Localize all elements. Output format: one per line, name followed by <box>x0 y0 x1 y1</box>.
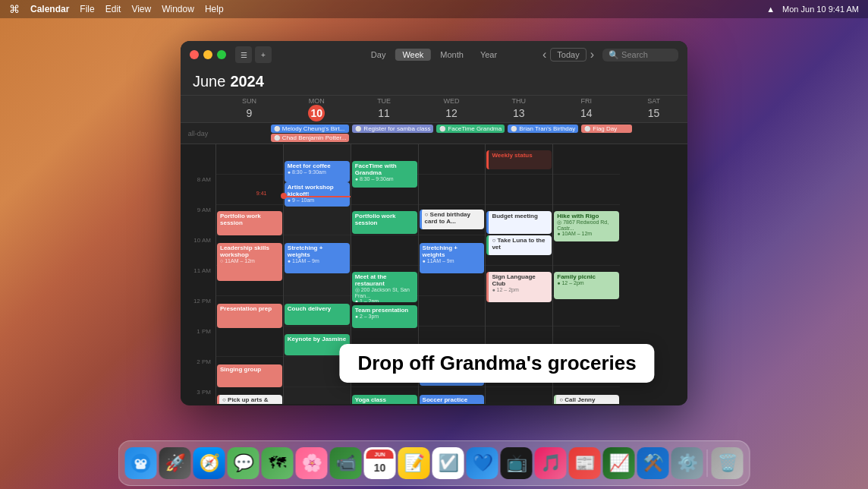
dock-photos[interactable]: 🌸 <box>296 447 328 479</box>
time-10am-label: 10 AM <box>181 235 215 266</box>
app-name[interactable]: Calendar <box>30 4 69 14</box>
minimize-button[interactable] <box>203 50 212 59</box>
menubar-wifi: ▲ <box>766 5 775 14</box>
view-tabs: Day Week Month Year <box>363 49 505 61</box>
allday-row: all-day ⚪ Melody Cheung's Birt... ⚪ Chad… <box>181 123 687 144</box>
dock-stocks[interactable]: 📈 <box>603 447 635 479</box>
calendar-window: ☰ + Day Week Month Year ‹ Today › 🔍 Sear… <box>181 41 687 405</box>
next-btn[interactable]: › <box>588 48 596 62</box>
event-presentation-prep[interactable]: Presentation prep <box>217 304 282 328</box>
event-facetime-tue[interactable]: FaceTime with Grandma ● 8:30 – 9:30am <box>352 161 417 188</box>
event-restaurant[interactable]: Meet at the restaurant ◎ 200 Jackson St,… <box>352 272 417 302</box>
allday-facetime[interactable]: ⚪ FaceTime Grandma <box>436 125 505 133</box>
dock-trash[interactable]: 🗑️ <box>712 447 744 479</box>
event-stretching-thu[interactable]: Stretching + weights ● 11AM – 9m <box>420 243 485 273</box>
tab-week[interactable]: Week <box>395 49 431 61</box>
event-coffee[interactable]: Meet for coffee ● 8:30 – 9:30am <box>285 161 350 182</box>
titlebar: ☰ + Day Week Month Year ‹ Today › 🔍 Sear… <box>181 41 687 68</box>
time-2pm-label: 2 PM <box>181 357 215 387</box>
dock-reminders[interactable]: ☑️ <box>432 447 464 479</box>
event-yoga[interactable]: Yoga class ◎ 501 Stanyan St, San Fran...… <box>352 395 417 404</box>
dock-launchpad[interactable]: 🚀 <box>159 447 191 479</box>
dock-facetime[interactable]: 📹 <box>330 447 362 479</box>
menu-file[interactable]: File <box>80 4 94 14</box>
dock-xcode[interactable]: ⚒️ <box>637 447 669 479</box>
day-header-sun: SUN 9 <box>215 96 283 123</box>
apple-menu[interactable]: ⌘ <box>9 3 20 15</box>
allday-samba[interactable]: ⚪ Register for samba class <box>352 125 433 133</box>
menu-help[interactable]: Help <box>205 4 224 14</box>
allday-label: all-day <box>181 123 215 144</box>
day-header-thu: THU 13 <box>485 96 552 123</box>
allday-melody[interactable]: ⚪ Melody Cheung's Birt... <box>271 125 350 133</box>
event-hike[interactable]: Hike with Rigo ◎ 7867 Redwood Rd, Castr.… <box>554 211 619 241</box>
dock-messages[interactable]: 💬 <box>228 447 259 479</box>
svg-point-5 <box>143 460 145 462</box>
search-bar[interactable]: 🔍 Search <box>602 49 678 62</box>
nav-arrows: ‹ Today › <box>540 48 596 62</box>
day-header-tue: TUE 11 <box>351 96 418 123</box>
event-sign-lang[interactable]: Sign Language Club ● 12 – 2pm <box>486 272 552 302</box>
dock-news[interactable]: 📰 <box>569 447 601 479</box>
dock-messenger[interactable]: 💙 <box>467 447 498 479</box>
event-leadership[interactable]: Leadership skills workshop ○ 11AM – 12m <box>217 243 282 281</box>
dock-calendar[interactable]: JUN 10 <box>364 447 396 479</box>
time-9am-label: 9 AM <box>181 205 215 235</box>
maximize-button[interactable] <box>217 50 226 59</box>
menu-view[interactable]: View <box>131 4 151 14</box>
allday-chad[interactable]: ⚪ Chad Benjamin Potter... <box>271 134 350 142</box>
time-1pm-label: 1 PM <box>181 327 215 357</box>
tab-day[interactable]: Day <box>363 49 394 61</box>
time-labels: 8 AM 9 AM 10 AM 11 AM 12 PM 1 PM 2 PM 3 … <box>181 144 215 404</box>
allday-fri: ⚪ Flag Day <box>580 123 634 144</box>
event-luna-vet[interactable]: ○ Take Luna to the vet <box>486 235 552 255</box>
dock-notes[interactable]: 📝 <box>398 447 430 479</box>
allday-flagday[interactable]: ⚪ Flag Day <box>581 125 632 133</box>
event-call-jenny[interactable]: ○ Call Jenny <box>554 395 619 404</box>
event-singing[interactable]: Singing group <box>217 364 282 387</box>
dock-systemprefs[interactable]: ⚙️ <box>671 447 703 479</box>
dock-safari[interactable]: 🧭 <box>193 447 225 479</box>
cal-month: June <box>193 73 225 90</box>
allday-brian[interactable]: ⚪ Brian Tran's Birthday <box>508 125 578 133</box>
dock-divider <box>707 450 708 477</box>
event-team-pres[interactable]: Team presentation ● 2 – 3pm <box>352 305 417 328</box>
menu-edit[interactable]: Edit <box>105 4 121 14</box>
time-11am-label: 11 AM <box>181 266 215 296</box>
dock-finder[interactable] <box>125 447 157 479</box>
day-headers: SUN 9 MON 10 TUE 11 WED 12 THU 13 <box>181 96 687 123</box>
list-view-btn[interactable]: ☰ <box>235 46 252 63</box>
menubar: ⌘ Calendar File Edit View Window Help ▲ … <box>0 0 868 18</box>
event-couch[interactable]: Couch delivery <box>285 304 350 325</box>
dock-music[interactable]: 🎵 <box>535 447 567 479</box>
svg-rect-3 <box>136 465 145 469</box>
dock: 🚀 🧭 💬 🗺 🌸 📹 JUN 10 📝 ☑️ 💙 📺 <box>118 440 750 486</box>
allday-mon: ⚪ Melody Cheung's Birt... ⚪ Chad Benjami… <box>269 123 351 144</box>
time-8am <box>181 144 215 175</box>
prev-btn[interactable]: ‹ <box>540 48 549 62</box>
allday-sat <box>634 123 687 144</box>
event-budget[interactable]: Budget meeting <box>486 211 552 234</box>
tab-year[interactable]: Year <box>473 49 505 61</box>
event-soccer[interactable]: Soccer practice <box>420 395 485 404</box>
event-pickup[interactable]: ○ Pick up arts & crafts sup... <box>217 395 282 404</box>
tab-month[interactable]: Month <box>432 49 471 61</box>
menu-window[interactable]: Window <box>162 4 194 14</box>
dock-maps[interactable]: 🗺 <box>262 447 294 479</box>
event-picnic[interactable]: Family picnic ● 12 – 2pm <box>554 272 619 299</box>
today-btn[interactable]: Today <box>550 48 586 62</box>
event-weekly-status[interactable]: Weekly status <box>486 150 552 169</box>
event-birthday-card[interactable]: ○ Send birthday card to A... <box>420 210 485 229</box>
day-header-fri: FRI 14 <box>552 96 620 123</box>
day-header-sat: SAT 15 <box>620 96 687 123</box>
event-portfolio-wed[interactable]: Portfolio work session <box>352 211 417 234</box>
dock-appletv[interactable]: 📺 <box>501 447 533 479</box>
event-portfolio-sun[interactable]: Portfolio work session <box>217 211 282 235</box>
event-stretching-mon[interactable]: Stretching + weights ● 11AM – 9m <box>285 243 350 273</box>
titlebar-right: ‹ Today › 🔍 Search <box>540 48 678 62</box>
close-button[interactable] <box>190 50 199 59</box>
event-artist-workshop[interactable]: Artist workshop kickoff! ● 9 – 10am <box>285 182 350 207</box>
allday-thu: ⚪ Brian Tran's Birthday <box>506 123 580 144</box>
add-event-btn[interactable]: + <box>255 46 272 63</box>
time-3pm-label: 3 PM <box>181 387 215 404</box>
